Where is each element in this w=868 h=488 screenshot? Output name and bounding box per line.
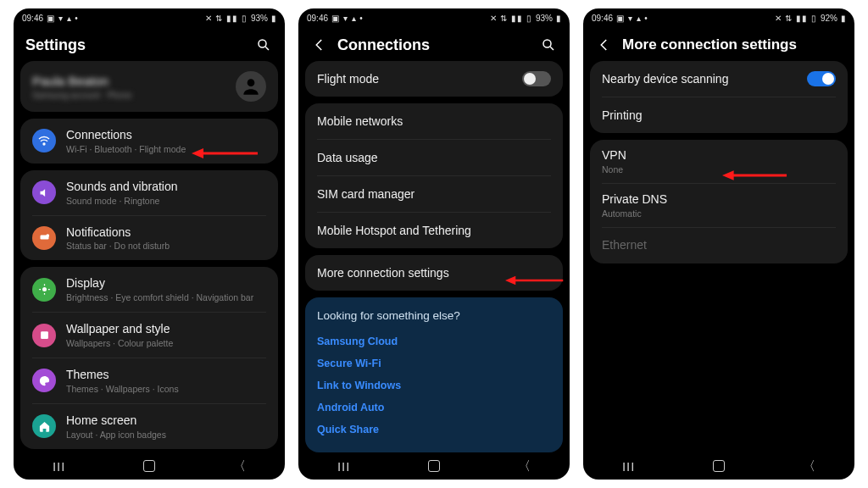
status-icons-right: ✕ ⇅ ▮▮ ▯ [205, 14, 248, 23]
menu-private-dns[interactable]: Private DNS Automatic [590, 184, 848, 227]
menu-more-connection-settings[interactable]: More connection settings [305, 255, 563, 291]
flight-mode-toggle[interactable] [522, 71, 551, 86]
home-icon [32, 414, 56, 438]
menu-nearby-scanning[interactable]: Nearby device scanning [590, 61, 848, 97]
link-secure-wifi[interactable]: Secure Wi-Fi [317, 352, 551, 374]
speaker-icon [32, 180, 56, 204]
svg-point-0 [259, 40, 266, 47]
brightness-icon [32, 278, 56, 302]
screen-more-connection: 09:46▣ ▾ ▴ • ✕ ⇅ ▮▮ ▯92%▮ More connectio… [583, 8, 854, 480]
menu-printing[interactable]: Printing [590, 97, 848, 133]
wallpaper-icon [32, 324, 56, 347]
avatar-icon [236, 71, 266, 102]
looking-for-card: Looking for something else? Samsung Clou… [305, 297, 563, 452]
battery-icon: ▮ [556, 14, 561, 23]
profile-name: Paula Beaton [32, 74, 131, 88]
nav-back[interactable]: 〈 [518, 458, 531, 474]
nav-back[interactable]: 〈 [233, 458, 246, 474]
nav-home[interactable] [143, 460, 155, 472]
page-title: Settings [25, 36, 246, 54]
menu-sounds[interactable]: Sounds and vibration Sound mode · Ringto… [20, 170, 278, 215]
menu-flight-mode[interactable]: Flight mode [305, 61, 563, 97]
looking-for-title: Looking for something else? [317, 309, 551, 322]
link-quick-share[interactable]: Quick Share [317, 419, 551, 441]
status-battery: 92% [821, 14, 837, 23]
svg-line-15 [550, 47, 554, 50]
nav-home[interactable] [428, 460, 440, 472]
wifi-icon [32, 129, 56, 152]
page-title: More connection settings [622, 36, 843, 53]
status-bar: 09:46▣ ▾ ▴ • ✕ ⇅ ▮▮ ▯92%▮ [583, 8, 854, 27]
status-time: 09:46 [22, 14, 43, 23]
profile-sub: Samsung account · Phone [32, 91, 131, 100]
nearby-scanning-toggle[interactable] [807, 71, 836, 86]
menu-sim[interactable]: SIM card manager [305, 176, 563, 212]
battery-icon: ▮ [841, 14, 846, 23]
menu-data-usage[interactable]: Data usage [305, 140, 563, 175]
link-samsung-cloud[interactable]: Samsung Cloud [317, 330, 551, 352]
status-bar: 09:46▣ ▾ ▴ • ✕ ⇅ ▮▮ ▯93%▮ [14, 8, 285, 27]
back-icon[interactable] [595, 36, 614, 54]
header: More connection settings [583, 27, 854, 61]
menu-hotspot[interactable]: Mobile Hotspot and Tethering [305, 213, 563, 248]
header: Connections [298, 27, 570, 61]
status-time: 09:46 [307, 14, 328, 23]
svg-point-6 [42, 287, 47, 291]
status-icons-right: ✕ ⇅ ▮▮ ▯ [775, 14, 817, 23]
nav-back[interactable]: 〈 [803, 458, 815, 474]
svg-point-5 [46, 235, 49, 238]
bell-icon [32, 226, 56, 250]
status-icons-right: ✕ ⇅ ▮▮ ▯ [490, 14, 532, 23]
page-title: Connections [337, 36, 531, 54]
menu-notifications[interactable]: Notifications Status bar · Do not distur… [20, 216, 278, 261]
svg-point-14 [543, 40, 551, 47]
battery-icon: ▮ [271, 14, 276, 23]
menu-home-screen[interactable]: Home screen Layout · App icon badges [20, 404, 278, 449]
svg-line-1 [265, 47, 269, 50]
menu-vpn[interactable]: VPN None [590, 140, 848, 183]
nav-recents[interactable]: III [53, 459, 66, 474]
nav-bar: III 〈 [583, 452, 854, 480]
nav-recents[interactable]: III [337, 459, 351, 474]
nav-recents[interactable]: III [622, 459, 636, 474]
svg-rect-11 [41, 331, 48, 339]
status-bar: 09:46▣ ▾ ▴ • ✕ ⇅ ▮▮ ▯93%▮ [298, 8, 570, 27]
menu-wallpaper[interactable]: Wallpaper and style Wallpapers · Colour … [20, 313, 278, 358]
menu-connections[interactable]: Connections Wi-Fi · Bluetooth · Flight m… [20, 119, 278, 164]
status-time: 09:46 [592, 14, 613, 23]
screen-connections: 09:46▣ ▾ ▴ • ✕ ⇅ ▮▮ ▯93%▮ Connections Fl… [298, 8, 570, 480]
svg-point-3 [43, 143, 45, 145]
menu-themes[interactable]: Themes Themes · Wallpapers · Icons [20, 358, 278, 403]
status-battery: 93% [251, 14, 268, 23]
svg-point-2 [248, 79, 255, 86]
status-icons-left: ▣ ▾ ▴ • [616, 14, 648, 23]
screen-settings: 09:46▣ ▾ ▴ • ✕ ⇅ ▮▮ ▯93%▮ Settings Paula… [14, 8, 285, 480]
header: Settings [14, 27, 285, 61]
search-icon[interactable] [539, 36, 558, 54]
search-icon[interactable] [254, 36, 273, 54]
status-icons-left: ▣ ▾ ▴ • [47, 14, 79, 23]
menu-display[interactable]: Display Brightness · Eye comfort shield … [20, 267, 278, 312]
status-battery: 93% [536, 14, 553, 23]
nav-bar: III 〈 [14, 452, 285, 480]
menu-mobile-networks[interactable]: Mobile networks [305, 103, 563, 139]
nav-home[interactable] [713, 460, 725, 472]
nav-bar: III 〈 [298, 452, 570, 480]
profile-card[interactable]: Paula Beaton Samsung account · Phone [20, 61, 278, 112]
back-icon[interactable] [310, 36, 329, 54]
status-icons-left: ▣ ▾ ▴ • [331, 14, 364, 23]
link-android-auto[interactable]: Android Auto [317, 396, 551, 419]
link-link-windows[interactable]: Link to Windows [317, 374, 551, 396]
palette-icon [32, 369, 56, 392]
menu-ethernet: Ethernet [590, 228, 848, 263]
